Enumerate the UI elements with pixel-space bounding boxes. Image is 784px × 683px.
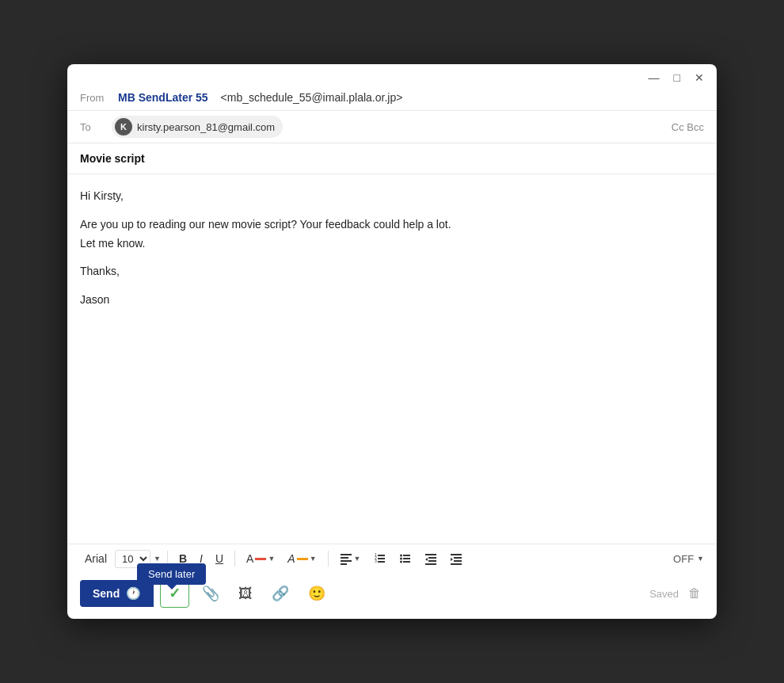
svg-rect-1 [341,557,348,559]
align-chevron: ▼ [354,555,361,563]
attachment-button[interactable]: 📎 [196,580,226,607]
to-label: To [80,121,112,133]
compose-window: — □ ✕ From MB SendLater 55 <mb_schedule_… [67,64,717,619]
svg-rect-15 [403,561,410,563]
underline-button[interactable]: U [211,549,228,568]
recipient-email: kirsty.pearson_81@gmail.com [137,121,275,133]
bold-button[interactable]: B [174,549,192,568]
send-clock-icon: 🕐 [126,586,141,601]
svg-rect-21 [451,554,462,555]
font-color-icon: A [246,552,253,565]
paperclip-icon: 📎 [202,586,219,601]
font-size-select[interactable]: 10 12 14 [115,550,150,568]
off-label: OFF [673,553,694,565]
subject-row: Movie script [67,143,717,174]
svg-point-14 [400,561,402,563]
send-label: Send [93,587,120,600]
svg-rect-6 [378,561,385,563]
minimize-button[interactable]: — [645,71,663,85]
unordered-list-button[interactable] [394,549,417,568]
svg-point-10 [400,555,402,557]
emoji-icon: 🙂 [308,586,325,601]
checkmark-icon: ✓ [169,585,181,602]
subject-text: Movie script [80,152,145,165]
toolbar-separator-3 [328,551,329,567]
body-greeting: Hi Kirsty, [80,187,704,206]
svg-rect-5 [378,558,385,559]
link-icon: 🔗 [272,586,289,601]
toolbar-separator-1 [167,551,168,567]
from-email: <mb_schedule_55@imail.plala.or.jp> [221,91,403,104]
trash-icon: 🗑 [688,586,701,600]
svg-rect-0 [341,554,352,555]
action-bar: Send later Send 🕐 ✓ 📎 🖼 🔗 🙂 Saved 🗑 [67,573,717,619]
body-closing: Thanks, [80,262,704,281]
svg-rect-18 [428,560,436,562]
svg-rect-17 [428,557,436,559]
recipient-chip[interactable]: K kirsty.pearson_81@gmail.com [112,116,283,138]
italic-button[interactable]: I [195,549,207,568]
svg-marker-25 [451,558,453,561]
svg-text:3: 3 [375,559,377,563]
increase-indent-icon [450,552,462,565]
body-area[interactable]: Hi Kirsty, Are you up to reading our new… [67,174,717,544]
decrease-indent-icon [424,552,437,565]
send-button[interactable]: Send 🕐 [80,580,154,607]
font-color-bar [255,558,266,560]
delete-draft-button[interactable]: 🗑 [685,583,704,604]
svg-rect-13 [403,558,410,559]
toolbar-separator-2 [234,551,235,567]
ordered-list-button[interactable]: 123 [369,549,391,568]
off-chevron: ▼ [697,555,704,563]
from-label: From [80,92,112,104]
highlight-chevron: ▼ [310,555,317,563]
image-button[interactable]: 🖼 [232,581,259,607]
highlight-color-button[interactable]: A ▼ [283,549,321,568]
maximize-button[interactable]: □ [671,71,683,85]
align-button[interactable]: ▼ [335,549,366,568]
font-select[interactable]: Arial [80,549,112,568]
decrease-indent-button[interactable] [420,549,442,568]
highlight-color-bar [297,558,308,560]
saved-text: Saved [649,588,679,600]
close-button[interactable]: ✕ [691,71,707,85]
svg-rect-19 [425,563,436,565]
font-color-button[interactable]: A ▼ [242,549,280,568]
spellcheck-button[interactable]: ✓ [160,579,189,608]
svg-rect-22 [454,557,462,559]
unordered-list-icon [399,552,412,565]
recipient-avatar: K [115,118,132,135]
svg-rect-16 [425,554,436,555]
body-line2: Are you up to reading our new movie scri… [80,218,451,231]
ordered-list-icon: 123 [374,552,386,565]
svg-rect-23 [454,560,462,562]
saved-status: Saved 🗑 [649,583,704,604]
svg-rect-24 [451,563,462,565]
to-row: To K kirsty.pearson_81@gmail.com Cc Bcc [67,110,717,143]
from-name: MB SendLater 55 [118,91,208,104]
svg-point-12 [400,558,402,560]
body-line3: Let me know. [80,237,146,250]
off-toggle[interactable]: OFF ▼ [673,553,704,565]
increase-indent-button[interactable] [445,549,467,568]
emoji-button[interactable]: 🙂 [302,580,332,607]
font-size-chevron: ▼ [154,555,161,563]
svg-rect-3 [341,563,347,565]
formatting-toolbar: Arial 10 12 14 ▼ B I U A ▼ A ▼ ▼ 123 [67,544,717,573]
window-controls: — □ ✕ [645,71,707,85]
svg-rect-11 [403,555,410,556]
svg-rect-2 [341,560,352,562]
body-signature: Jason [80,291,704,310]
titlebar: — □ ✕ [67,64,717,88]
from-row: From MB SendLater 55 <mb_schedule_55@ima… [67,88,717,110]
highlight-icon: A [287,552,295,565]
font-color-chevron: ▼ [268,555,275,563]
send-group: Send 🕐 [80,580,154,607]
body-main: Are you up to reading our new movie scri… [80,216,704,254]
svg-marker-20 [425,558,428,561]
svg-rect-4 [378,555,385,556]
cc-bcc-button[interactable]: Cc Bcc [672,121,704,133]
link-button[interactable]: 🔗 [265,580,295,607]
align-icon [340,552,352,565]
image-icon: 🖼 [238,586,253,601]
